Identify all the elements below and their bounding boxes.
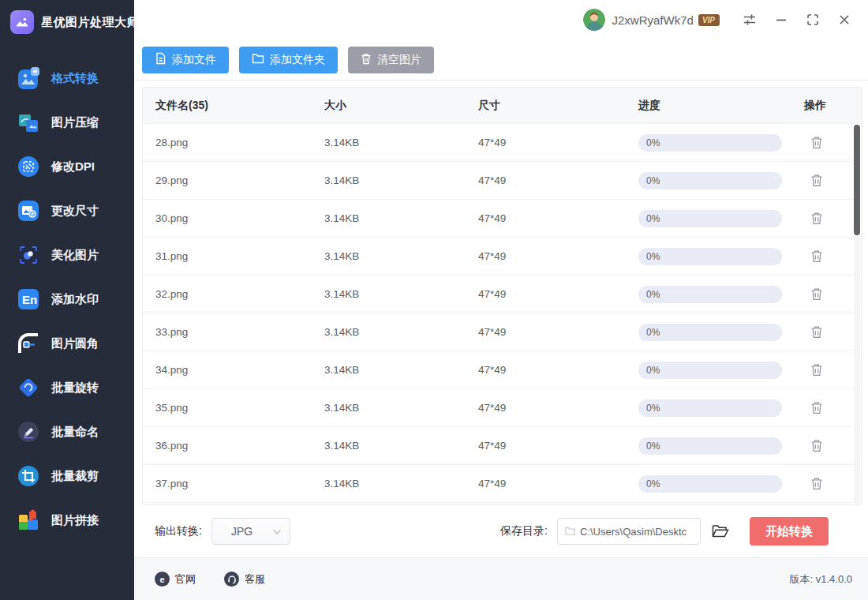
svg-text:En: En <box>22 293 37 306</box>
progress-bar: 0% <box>638 475 782 493</box>
file-dimensions: 47*49 <box>478 288 638 300</box>
scrollbar-thumb[interactable] <box>854 125 860 235</box>
file-name: 35.png <box>155 402 324 414</box>
app-title: 星优图片处理大师 <box>41 15 139 30</box>
sidebar-item-round-corner[interactable]: 图片圆角 <box>0 321 134 366</box>
sidebar-item-label: 格式转换 <box>51 71 99 86</box>
maximize-icon[interactable] <box>803 10 822 29</box>
file-dimensions: 47*49 <box>478 364 638 376</box>
sidebar-item-image-compress[interactable]: 图片压缩 <box>0 100 134 144</box>
format-select-value: JPG <box>231 525 253 538</box>
file-dimensions: 47*49 <box>478 250 638 262</box>
delete-row-icon[interactable] <box>809 362 825 378</box>
progress-bar: 0% <box>638 134 782 152</box>
sidebar-item-label: 图片圆角 <box>51 336 99 351</box>
progress-label: 0% <box>646 137 660 148</box>
user-avatar[interactable] <box>583 9 605 31</box>
delete-row-icon[interactable] <box>809 438 825 454</box>
close-icon[interactable] <box>835 10 854 29</box>
file-name: 36.png <box>155 440 324 452</box>
sidebar-item-label: 批量旋转 <box>51 381 99 396</box>
sidebar-item-format-convert[interactable]: 格式转换 <box>0 56 134 100</box>
sidebar-item-watermark[interactable]: En 添加水印 <box>0 277 134 321</box>
table-row: 30.png 3.14KB 47*49 0% <box>143 200 861 238</box>
sidebar-item-image-stitch[interactable]: 图片拼接 <box>0 498 134 542</box>
resize-icon <box>17 199 40 223</box>
window-controls <box>740 10 854 29</box>
file-size: 3.14KB <box>324 137 478 148</box>
delete-row-icon[interactable] <box>809 287 825 302</box>
progress-label: 0% <box>646 403 660 414</box>
table-row: 34.png 3.14KB 47*49 0% <box>143 351 861 389</box>
delete-row-icon[interactable] <box>809 324 825 340</box>
sidebar-item-label: 图片压缩 <box>51 115 99 130</box>
delete-row-icon[interactable] <box>809 249 825 264</box>
file-name: 37.png <box>155 478 324 489</box>
file-size: 3.14KB <box>324 326 478 338</box>
browse-folder-icon[interactable] <box>710 521 731 542</box>
footer: e 官网 客服 版本: v1.4.0.0 <box>134 557 868 600</box>
col-size: 大小 <box>324 99 478 113</box>
delete-row-icon[interactable] <box>809 400 825 416</box>
sidebar-item-batch-rename[interactable]: 批量命名 <box>0 410 134 454</box>
file-size: 3.14KB <box>324 212 478 224</box>
table-row: 29.png 3.14KB 47*49 0% <box>143 162 861 200</box>
sidebar-item-resize[interactable]: 更改尺寸 <box>0 189 134 233</box>
app-window: 星优图片处理大师 格式转换 图片压缩 修改DPI <box>0 0 868 600</box>
format-select[interactable]: JPG <box>211 518 290 545</box>
file-size: 3.14KB <box>324 288 478 300</box>
customer-support-link[interactable]: 客服 <box>224 572 265 587</box>
add-file-button[interactable]: 添加文件 <box>142 47 229 73</box>
watermark-icon: En <box>17 287 40 311</box>
delete-row-icon[interactable] <box>809 135 825 151</box>
file-dimensions: 47*49 <box>478 137 638 148</box>
progress-bar: 0% <box>638 248 782 265</box>
sidebar-item-batch-rotate[interactable]: 批量旋转 <box>0 366 134 410</box>
progress-label: 0% <box>646 478 660 489</box>
image-stitch-icon <box>17 508 40 532</box>
sidebar-item-batch-crop[interactable]: 批量裁剪 <box>0 454 134 498</box>
file-dimensions: 47*49 <box>478 402 638 414</box>
table-row: 28.png 3.14KB 47*49 0% <box>143 124 861 162</box>
save-path-input[interactable]: C:\Users\Qasim\Desktc <box>557 518 701 545</box>
toolbar: 添加文件 添加文件夹 清空图片 <box>134 39 868 81</box>
scrollbar-track[interactable] <box>854 125 860 504</box>
file-table-area: 文件名(35) 大小 尺寸 进度 操作 28.png 3.14KB 47*49 … <box>134 81 868 505</box>
add-file-label: 添加文件 <box>172 53 216 67</box>
username[interactable]: J2xwRyafWk7d <box>612 13 694 27</box>
clear-images-label: 清空图片 <box>377 53 421 67</box>
save-path-value: C:\Users\Qasim\Desktc <box>580 526 687 538</box>
main-panel: J2xwRyafWk7d VIP <box>134 0 868 600</box>
sidebar-item-label: 图片拼接 <box>51 513 99 528</box>
file-name: 30.png <box>155 212 324 224</box>
sidebar-item-label: 更改尺寸 <box>51 204 99 219</box>
col-progress: 进度 <box>638 99 801 113</box>
clear-images-button[interactable]: 清空图片 <box>348 47 434 73</box>
file-name: 29.png <box>155 174 324 186</box>
delete-row-icon[interactable] <box>809 173 825 189</box>
file-dimensions: 47*49 <box>478 440 638 452</box>
progress-label: 0% <box>646 175 660 186</box>
file-dimensions: 47*49 <box>478 174 638 186</box>
official-website-link[interactable]: e 官网 <box>155 572 196 587</box>
progress-bar: 0% <box>638 172 782 189</box>
sidebar: 星优图片处理大师 格式转换 图片压缩 修改DPI <box>0 0 134 600</box>
progress-label: 0% <box>646 289 660 300</box>
file-size: 3.14KB <box>324 440 478 452</box>
folder-icon <box>252 53 264 66</box>
output-format-label: 输出转换: <box>155 524 202 538</box>
titlebar: J2xwRyafWk7d VIP <box>134 0 868 39</box>
add-folder-button[interactable]: 添加文件夹 <box>239 47 338 73</box>
file-name: 31.png <box>155 250 324 262</box>
file-name: 33.png <box>155 326 324 338</box>
file-size: 3.14KB <box>324 250 478 262</box>
folder-small-icon <box>565 524 575 538</box>
sidebar-item-modify-dpi[interactable]: 修改DPI <box>0 144 134 189</box>
start-convert-button[interactable]: 开始转换 <box>750 517 829 546</box>
sidebar-item-beautify[interactable]: 美化图片 <box>0 233 134 277</box>
settings-sliders-icon[interactable] <box>740 10 759 29</box>
delete-row-icon[interactable] <box>809 211 825 227</box>
minimize-icon[interactable] <box>772 10 791 29</box>
col-actions: 操作 <box>801 99 861 113</box>
delete-row-icon[interactable] <box>809 476 825 492</box>
